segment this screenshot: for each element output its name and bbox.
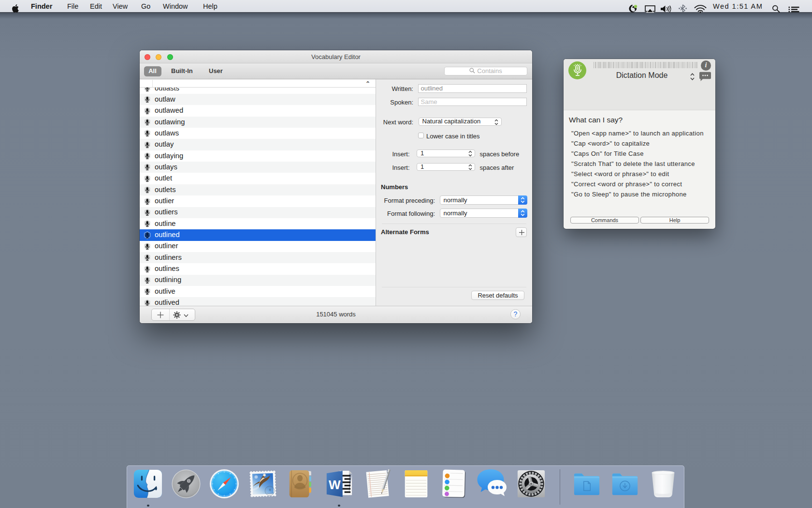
svg-text:W: W	[329, 478, 341, 492]
